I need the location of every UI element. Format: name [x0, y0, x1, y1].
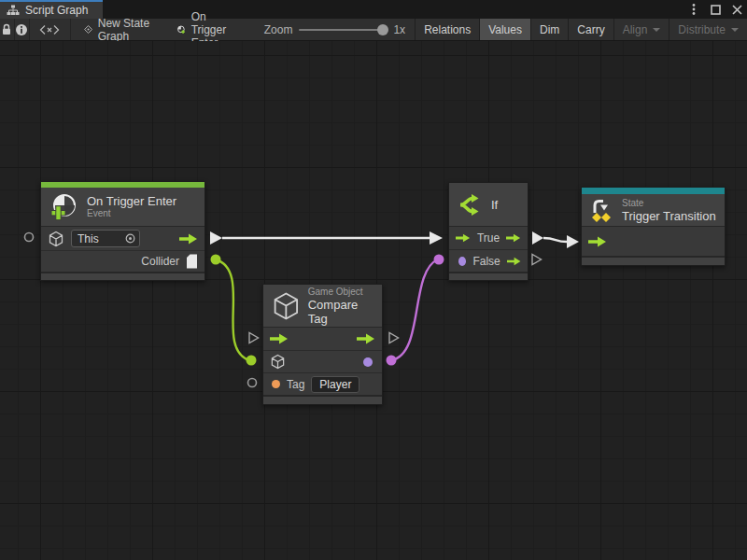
- node-subtitle: Event: [87, 208, 176, 219]
- state-graph-icon: [84, 22, 92, 36]
- transition-icon: [590, 197, 614, 223]
- info-icon: [15, 23, 28, 36]
- port-this-input-ring[interactable]: [25, 233, 34, 242]
- port-compare-bool-out-dot[interactable]: [387, 356, 397, 366]
- window-controls: [686, 0, 744, 19]
- node-compare-tag[interactable]: Game Object Compare Tag Ta: [262, 284, 383, 405]
- trigger-in-arrow-icon[interactable]: [588, 236, 607, 247]
- port-if-true-out-connected[interactable]: [532, 231, 543, 245]
- node-title: Trigger Transition: [622, 209, 716, 223]
- port-row-true: True: [449, 227, 528, 249]
- port-trigger-out-connected[interactable]: [210, 231, 222, 245]
- wire-arrowhead-icon: [430, 231, 443, 245]
- string-port-dot[interactable]: [272, 380, 280, 388]
- event-icon: [49, 191, 79, 223]
- button-label: Relations: [424, 23, 471, 36]
- breadcrumb-on-trigger-enter[interactable]: On Trigger Enter: [163, 19, 255, 40]
- wire-bool-to-if: [391, 259, 438, 360]
- port-if-condition-in-dot[interactable]: [434, 255, 444, 265]
- wire-collider-to-compare: [216, 259, 249, 360]
- game-object-cube-icon: [48, 231, 64, 247]
- dim-button[interactable]: Dim: [530, 19, 568, 40]
- node-header[interactable]: Game Object Compare Tag: [263, 285, 382, 328]
- node-header[interactable]: If: [449, 183, 528, 227]
- collider-doc-icon: [186, 254, 198, 269]
- condition-port-dot[interactable]: [458, 257, 466, 266]
- zoom-slider[interactable]: [299, 29, 387, 31]
- target-object-field[interactable]: This: [71, 230, 140, 247]
- node-header[interactable]: State Trigger Transition: [582, 194, 725, 227]
- trigger-in-arrow-icon[interactable]: [270, 333, 289, 344]
- code-view-button[interactable]: [30, 19, 71, 40]
- trigger-in-arrow-icon[interactable]: [456, 232, 471, 244]
- port-if-false-out[interactable]: [532, 255, 542, 265]
- breadcrumb-new-state-graph[interactable]: New State Graph: [71, 19, 163, 40]
- port-compare-trigger-in[interactable]: [249, 333, 259, 343]
- node-footer: [449, 272, 528, 280]
- game-object-cube-icon[interactable]: [270, 354, 286, 370]
- button-label: Distribute: [678, 23, 726, 36]
- trigger-out-arrow-icon[interactable]: [357, 333, 375, 344]
- window-close-icon[interactable]: [729, 2, 744, 17]
- node-title: On Trigger Enter: [87, 194, 176, 208]
- window-menu-icon[interactable]: [686, 2, 701, 17]
- code-icon: [39, 24, 60, 35]
- breadcrumb-label: New State Graph: [98, 17, 150, 43]
- port-row-false: False: [449, 249, 528, 272]
- collider-label: Collider: [141, 255, 179, 268]
- trigger-out-arrow-icon[interactable]: [179, 233, 198, 245]
- node-on-trigger-enter[interactable]: On Trigger Enter Event This: [40, 181, 205, 281]
- port-compare-tag-in-ring[interactable]: [248, 379, 257, 387]
- node-footer: [582, 256, 725, 265]
- node-title: If: [491, 198, 498, 212]
- port-collider-out-dot[interactable]: [211, 255, 221, 265]
- bool-out-port-dot[interactable]: [363, 357, 373, 367]
- node-trigger-transition[interactable]: State Trigger Transition: [581, 187, 726, 266]
- lock-icon: [1, 23, 12, 35]
- port-row-collider: Collider: [41, 250, 204, 272]
- graph-canvas[interactable]: On Trigger Enter Event This: [0, 41, 747, 560]
- graph-toolbar: New State Graph On Trigger Enter Zoom 1x…: [0, 19, 747, 41]
- info-button[interactable]: [15, 19, 30, 40]
- branch-icon: [458, 192, 484, 217]
- node-title: Compare Tag: [308, 298, 374, 326]
- port-compare-trigger-out[interactable]: [389, 333, 399, 343]
- chevron-down-icon: [731, 28, 739, 32]
- node-footer: [263, 395, 382, 404]
- zoom-control: Zoom 1x: [255, 19, 415, 40]
- node-category: State: [622, 198, 716, 209]
- toolbar-toggle-group: Relations Values Dim Carry Align Distrib…: [415, 19, 747, 40]
- node-accent-bar: [582, 188, 725, 194]
- values-button[interactable]: Values: [479, 19, 530, 40]
- node-header[interactable]: On Trigger Enter Event: [41, 188, 204, 227]
- false-out-arrow-icon[interactable]: [507, 256, 521, 267]
- tag-label: Tag: [287, 378, 304, 391]
- zoom-label: Zoom: [264, 23, 293, 36]
- button-label: Values: [488, 23, 522, 36]
- event-mini-icon: [176, 22, 186, 37]
- node-if[interactable]: If True False: [448, 182, 529, 281]
- game-object-cube-icon: [272, 289, 301, 323]
- port-row-tag: Tag Player: [263, 372, 382, 395]
- tab-title: Script Graph: [25, 4, 88, 17]
- object-picker-icon[interactable]: [125, 233, 135, 244]
- port-row-flow: [582, 227, 725, 256]
- wire-arrowhead-icon: [567, 235, 579, 248]
- tab-script-graph[interactable]: Script Graph: [0, 0, 103, 19]
- distribute-dropdown[interactable]: Distribute: [669, 19, 747, 40]
- align-dropdown[interactable]: Align: [613, 19, 669, 40]
- relations-button[interactable]: Relations: [415, 19, 479, 40]
- true-out-arrow-icon[interactable]: [506, 232, 521, 244]
- false-label: False: [472, 255, 500, 268]
- zoom-slider-knob[interactable]: [377, 24, 388, 35]
- port-compare-gameobject-in-dot[interactable]: [247, 356, 257, 366]
- button-label: Carry: [577, 23, 604, 36]
- tag-value-field[interactable]: Player: [311, 376, 359, 393]
- carry-button[interactable]: Carry: [568, 19, 613, 40]
- port-row-gameobject: [263, 350, 382, 372]
- window-maximize-icon[interactable]: [708, 2, 723, 17]
- graph-hierarchy-icon: [7, 5, 20, 17]
- port-row-flow: [263, 328, 382, 350]
- lock-button[interactable]: [0, 19, 15, 40]
- button-label: Dim: [540, 23, 559, 36]
